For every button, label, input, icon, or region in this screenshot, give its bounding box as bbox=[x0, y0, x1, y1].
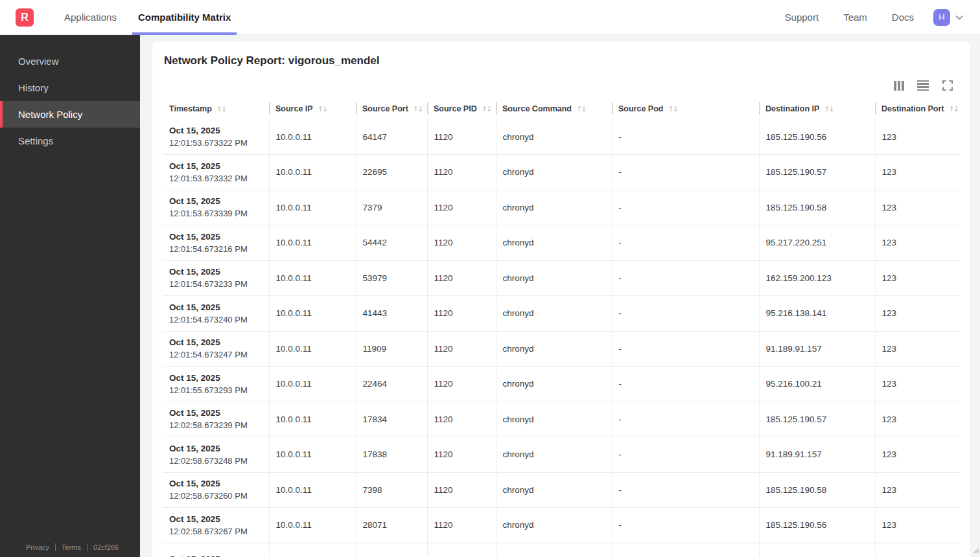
source-command-cell: chronyd bbox=[496, 225, 612, 261]
source-ip-cell: 10.0.0.11 bbox=[269, 331, 356, 367]
timestamp-cell: Oct 15, 2025 12:01:54.673216 PM bbox=[163, 225, 269, 261]
navbar-right: Support Team Docs H bbox=[760, 9, 964, 26]
table-row[interactable]: Oct 15, 2025 12:01:54.673247 PM 10.0.0.1… bbox=[163, 331, 960, 367]
table-row[interactable]: Oct 15, 2025 12:01:54.673216 PM 10.0.0.1… bbox=[163, 225, 960, 261]
footer-divider bbox=[87, 543, 88, 551]
source-pid-cell: 1120 bbox=[427, 225, 496, 261]
column-header[interactable]: Source Pod↑↓ bbox=[612, 101, 759, 119]
source-port-cell: 7398 bbox=[356, 472, 427, 508]
sort-icon[interactable]: ↑↓ bbox=[216, 105, 226, 113]
column-header[interactable]: Source IP↑↓ bbox=[269, 101, 356, 119]
sort-icon[interactable]: ↑↓ bbox=[413, 105, 422, 113]
table-row[interactable]: Oct 15, 2025 12:01:53.673332 PM 10.0.0.1… bbox=[163, 155, 960, 190]
destination-ip-cell: 95.217.220.251 bbox=[759, 225, 875, 261]
table-row[interactable]: Oct 15, 2025 12:02:58.673239 PM 10.0.0.1… bbox=[163, 402, 960, 437]
table-row[interactable]: Oct 15, 2025 12:02:58.673260 PM 10.0.0.1… bbox=[163, 472, 960, 508]
nav-link[interactable]: Docs bbox=[892, 12, 914, 23]
destination-ip-cell: 91.189.91.157 bbox=[759, 437, 875, 473]
source-command-cell: chronyd bbox=[496, 331, 612, 367]
main-content: Network Policy Report: vigorous_mendel T bbox=[140, 35, 980, 557]
table-row[interactable]: Oct 15, 2025 12:02:58.673248 PM 10.0.0.1… bbox=[163, 437, 960, 473]
chevron-down-icon[interactable] bbox=[954, 12, 964, 23]
table-row[interactable]: Oct 15, 2025 12:01:55.673293 PM 10.0.0.1… bbox=[163, 367, 960, 402]
source-pod-cell bbox=[612, 543, 759, 557]
destination-ip-cell: 95.216.100.21 bbox=[759, 367, 875, 402]
source-port-cell: 17838 bbox=[356, 437, 427, 473]
source-command-cell: chronyd bbox=[496, 367, 612, 402]
source-port-cell: 17834 bbox=[356, 402, 427, 437]
nav-link[interactable]: Support bbox=[785, 12, 819, 23]
timestamp-cell: Oct 15, 2025 12:02:58.673267 PM bbox=[163, 508, 269, 543]
column-header[interactable]: Timestamp↑↓ bbox=[163, 101, 269, 119]
destination-ip-cell: 185.125.190.58 bbox=[759, 190, 875, 225]
source-pid-cell: 1120 bbox=[427, 296, 496, 332]
source-pod-cell: - bbox=[612, 331, 759, 367]
sort-icon[interactable]: ↑↓ bbox=[949, 105, 958, 113]
column-header[interactable]: Source Command↑↓ bbox=[496, 101, 612, 119]
table-row[interactable]: Oct 15, 2025 12:01:53.673322 PM 10.0.0.1… bbox=[163, 119, 960, 155]
source-port-cell: 41443 bbox=[356, 296, 427, 332]
source-port-cell: 53979 bbox=[356, 260, 427, 296]
source-command-cell: chronyd bbox=[496, 472, 612, 508]
table-row[interactable]: Oct 15, 2025 12:01:53.673339 PM 10.0.0.1… bbox=[163, 190, 960, 225]
destination-port-cell: 123 bbox=[875, 402, 960, 437]
source-command-cell: chronyd bbox=[496, 402, 612, 437]
column-header[interactable]: Destination Port↑↓ bbox=[875, 101, 960, 119]
rows-icon[interactable] bbox=[917, 80, 929, 91]
source-port-cell: 22695 bbox=[356, 155, 427, 190]
resize-grip[interactable] bbox=[972, 545, 979, 556]
columns-icon[interactable] bbox=[894, 81, 904, 91]
source-port-cell bbox=[356, 543, 427, 557]
source-pod-cell: - bbox=[612, 260, 759, 296]
user-avatar[interactable]: H bbox=[933, 9, 950, 26]
source-ip-cell: 10.0.0.11 bbox=[269, 472, 356, 508]
destination-port-cell: 123 bbox=[875, 260, 960, 296]
nav-tab[interactable]: Applications bbox=[58, 0, 122, 35]
source-pid-cell: 1120 bbox=[427, 437, 496, 473]
nav-tab[interactable]: Compatibility Matrix bbox=[132, 0, 237, 35]
source-ip-cell: 10.0.0.11 bbox=[269, 155, 356, 190]
table-header-row: Timestamp↑↓ Source IP↑↓ Source Port↑↓ So… bbox=[163, 101, 960, 119]
sidebar-item[interactable]: Settings bbox=[0, 128, 140, 154]
sort-icon[interactable]: ↑↓ bbox=[318, 105, 327, 113]
table-row[interactable]: Oct 15, 2025 12:02:58.673267 PM 10.0.0.1… bbox=[163, 508, 960, 543]
timestamp-cell: Oct 15, 2025 12:02:58.673239 PM bbox=[163, 402, 269, 437]
column-header[interactable]: Source Port↑↓ bbox=[356, 101, 427, 119]
source-port-cell: 28071 bbox=[356, 508, 427, 543]
source-pid-cell: 1120 bbox=[427, 260, 496, 296]
fullscreen-icon[interactable] bbox=[942, 80, 953, 91]
table-row[interactable]: Oct 15, 2025 12:01:54.673233 PM 10.0.0.1… bbox=[163, 260, 960, 296]
source-pod-cell: - bbox=[612, 119, 759, 155]
sort-icon[interactable]: ↑↓ bbox=[576, 105, 585, 113]
destination-ip-cell: 91.189.91.157 bbox=[759, 331, 875, 367]
column-header[interactable]: Destination IP↑↓ bbox=[759, 101, 875, 119]
sidebar-item[interactable]: Network Policy bbox=[0, 101, 140, 128]
source-pod-cell: - bbox=[612, 155, 759, 190]
source-command-cell: chronyd bbox=[496, 437, 612, 473]
source-pod-cell: - bbox=[612, 190, 759, 225]
column-header[interactable]: Source PID↑↓ bbox=[427, 101, 496, 119]
source-command-cell bbox=[496, 543, 612, 557]
sidebar-item[interactable]: History bbox=[0, 74, 140, 101]
privacy-link[interactable]: Privacy bbox=[26, 543, 49, 551]
sort-icon[interactable]: ↑↓ bbox=[482, 105, 491, 113]
source-pid-cell: 1120 bbox=[427, 155, 496, 190]
destination-ip-cell: 95.216.138.141 bbox=[759, 296, 875, 332]
source-ip-cell: 10.0.0.11 bbox=[269, 508, 356, 543]
source-pod-cell: - bbox=[612, 472, 759, 508]
source-pod-cell: - bbox=[612, 437, 759, 473]
nav-link[interactable]: Team bbox=[843, 12, 867, 23]
destination-port-cell: 123 bbox=[875, 155, 960, 190]
destination-port-cell: 123 bbox=[875, 225, 960, 261]
sort-icon[interactable]: ↑↓ bbox=[824, 105, 833, 113]
timestamp-cell: Oct 15, 2025 12:02:58.673260 PM bbox=[163, 472, 269, 508]
destination-port-cell: 123 bbox=[875, 367, 960, 402]
app-logo[interactable]: R bbox=[16, 8, 34, 27]
sidebar-item[interactable]: Overview bbox=[0, 48, 140, 74]
table-row[interactable]: Oct 15, 2025 12:01:54.673240 PM 10.0.0.1… bbox=[163, 296, 960, 332]
source-port-cell: 64147 bbox=[356, 119, 427, 155]
source-pid-cell: 1120 bbox=[427, 508, 496, 543]
sort-icon[interactable]: ↑↓ bbox=[668, 105, 677, 113]
table-row[interactable]: Oct 15, 2025 bbox=[163, 543, 960, 557]
terms-link[interactable]: Terms bbox=[62, 543, 81, 551]
